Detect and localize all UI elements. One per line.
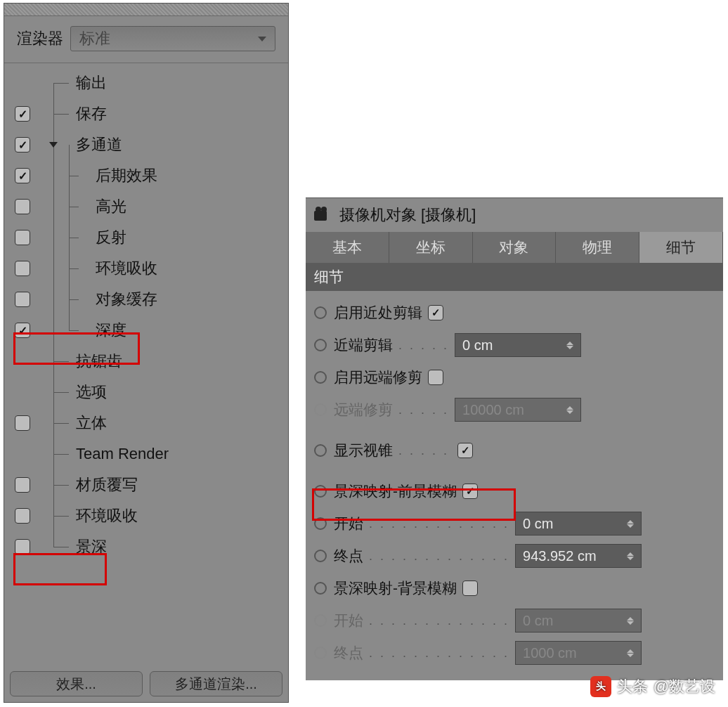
prop-dof-back: 景深映射-背景模糊 [334, 578, 457, 598]
input-far-clip: 10000 cm [455, 398, 581, 422]
checkbox-reflection[interactable] [15, 230, 30, 245]
renderer-dropdown[interactable]: 标准 [70, 26, 275, 51]
tree-item-dof[interactable]: 景深 [76, 536, 107, 557]
tree-item-reflection[interactable]: 反射 [76, 227, 126, 248]
prop-end1: 终点 [334, 546, 363, 566]
input-start1[interactable]: 0 cm [515, 512, 642, 536]
tree-item-options[interactable]: 选项 [76, 382, 107, 403]
checkbox-near-clip-enable[interactable] [428, 305, 443, 320]
checkbox-multipass[interactable] [15, 137, 30, 153]
tree-item-matoverride[interactable]: 材质覆写 [76, 474, 138, 495]
section-header-details: 细节 [306, 263, 723, 291]
prop-near-clip-enable: 启用近处剪辑 [334, 303, 422, 323]
renderer-value: 标准 [79, 28, 110, 49]
prop-end2: 终点 [334, 643, 363, 663]
anim-dot-icon[interactable] [314, 550, 327, 562]
checkbox-show-cone[interactable] [457, 443, 473, 458]
dots: . . . . . [398, 443, 449, 458]
checkbox-blank [15, 75, 30, 91]
checkbox-posteffects[interactable] [15, 168, 30, 183]
expand-icon[interactable] [49, 142, 58, 148]
prop-far-clip-enable: 启用远端修剪 [334, 368, 422, 387]
effects-button[interactable]: 效果... [10, 671, 143, 696]
checkbox-far-clip-enable[interactable] [428, 370, 443, 385]
anim-dot-icon [314, 647, 327, 659]
tree-item-depth[interactable]: 深度 [76, 320, 126, 341]
tab-coord[interactable]: 坐标 [389, 232, 473, 263]
anim-dot-icon[interactable] [314, 444, 327, 457]
anim-dot-icon[interactable] [314, 339, 327, 351]
tree-item-objbuffer[interactable]: 对象缓存 [76, 289, 157, 310]
anim-dot-icon[interactable] [314, 371, 327, 384]
checkbox-blank [15, 384, 30, 400]
tab-details[interactable]: 细节 [639, 232, 723, 263]
tree-item-stereo[interactable]: 立体 [76, 413, 107, 434]
toutiao-logo-icon: 头 [590, 676, 611, 697]
panel-grip[interactable] [4, 4, 288, 16]
watermark: 头 头条 @数艺设 [590, 676, 715, 697]
prop-dof-front: 景深映射-前景模糊 [334, 481, 457, 501]
dots: . . . . . . . . . . . . . [369, 646, 509, 661]
attribute-panel: 摄像机对象 [摄像机] 基本 坐标 对象 物理 细节 细节 启用近处剪辑 近端剪… [306, 197, 723, 680]
tree-item-ao-mp[interactable]: 环境吸收 [76, 258, 157, 279]
input-near-clip[interactable]: 0 cm [455, 333, 581, 357]
checkbox-dof-front[interactable] [462, 484, 478, 499]
anim-dot-icon [314, 614, 327, 627]
attribute-tabs: 基本 坐标 对象 物理 细节 [306, 232, 723, 263]
checkbox-dof-back[interactable] [462, 580, 478, 596]
tree-item-teamrender[interactable]: Team Render [76, 445, 169, 463]
watermark-prefix: 头条 [617, 676, 648, 697]
prop-start2: 开始 [334, 611, 363, 630]
tree-item-output[interactable]: 输出 [76, 72, 107, 93]
checkbox-blank [15, 354, 30, 369]
dots: . . . . . [398, 338, 449, 353]
checkbox-ao[interactable] [15, 508, 30, 524]
render-tree: 输出 保存 多通道 后期效果 高光 反射 环境吸收 对象缓存 深度 [4, 63, 288, 562]
camera-icon [314, 208, 332, 222]
dots: . . . . . . . . . . . . . [369, 549, 509, 564]
checkbox-objbuffer[interactable] [15, 292, 30, 307]
checkbox-depth[interactable] [15, 323, 30, 338]
tree-item-aa[interactable]: 抗锯齿 [76, 351, 122, 372]
anim-dot-icon[interactable] [314, 517, 327, 530]
tree-item-specular[interactable]: 高光 [76, 196, 126, 217]
anim-dot-icon[interactable] [314, 582, 327, 595]
chevron-down-icon [258, 37, 266, 41]
tree-item-multipass[interactable]: 多通道 [76, 134, 122, 155]
checkbox-specular[interactable] [15, 199, 30, 214]
tab-object[interactable]: 对象 [473, 232, 557, 263]
tab-basic[interactable]: 基本 [306, 232, 389, 263]
tab-physical[interactable]: 物理 [556, 232, 639, 263]
prop-near-clip: 近端剪辑 [334, 335, 393, 355]
checkbox-dof[interactable] [15, 539, 30, 554]
prop-far-clip: 远端修剪 [334, 400, 393, 420]
checkbox-save[interactable] [15, 106, 30, 122]
tree-item-posteffects[interactable]: 后期效果 [76, 165, 157, 186]
checkbox-blank [15, 446, 30, 462]
anim-dot-icon[interactable] [314, 306, 327, 319]
tree-item-save[interactable]: 保存 [76, 103, 107, 124]
input-start2: 0 cm [515, 609, 642, 633]
dots: . . . . . . . . . . . . . [369, 614, 509, 628]
input-end1[interactable]: 943.952 cm [515, 544, 642, 568]
object-title: 摄像机对象 [摄像机] [339, 205, 476, 226]
tree-item-ao[interactable]: 环境吸收 [76, 505, 138, 526]
checkbox-matoverride[interactable] [15, 477, 30, 493]
checkbox-ao-mp[interactable] [15, 261, 30, 276]
prop-show-cone: 显示视锥 [334, 441, 393, 460]
anim-dot-icon[interactable] [314, 485, 327, 498]
dots: . . . . . . . . . . . . . [369, 517, 509, 531]
render-settings-panel: 渲染器 标准 输出 保存 多通道 后期效果 高光 反射 [4, 3, 289, 703]
checkbox-stereo[interactable] [15, 415, 30, 431]
anim-dot-icon [314, 403, 327, 416]
dots: . . . . . [398, 403, 449, 417]
prop-start1: 开始 [334, 514, 363, 533]
renderer-label: 渲染器 [17, 28, 63, 49]
watermark-handle: @数艺设 [654, 676, 715, 697]
multipass-render-button[interactable]: 多通道渲染... [150, 671, 282, 696]
input-end2: 1000 cm [515, 641, 642, 665]
